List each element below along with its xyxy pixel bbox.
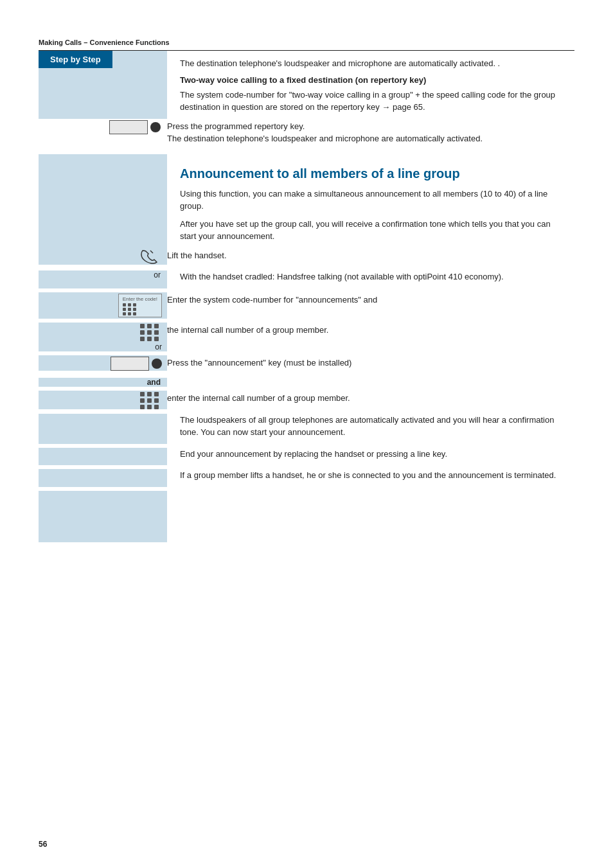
announcement-paragraph-2: After you have set up the group call, yo… (180, 218, 568, 243)
rect-button-icon (109, 120, 148, 134)
group-member-row: If a group member lifts a handset, he or… (39, 469, 574, 487)
enter-code-label: Enter the code! (123, 296, 157, 302)
internal-number-paragraph: the internal call number of a group memb… (167, 324, 574, 337)
announcement-key-text: Press the "announcement" key (must be in… (167, 355, 574, 375)
page-number: 56 (39, 840, 47, 849)
announcement-rect-button (111, 357, 149, 371)
announcement-key-icon-area (39, 355, 167, 371)
two-way-heading: Two-way voice calling to a fixed destina… (180, 75, 568, 85)
step-by-step-badge: Step by Step (39, 51, 112, 68)
bottom-spacer (39, 491, 574, 542)
enter-code-step: Enter the code! En (39, 292, 574, 319)
enter-code-box: Enter the code! (118, 294, 162, 317)
enter-internal-step: enter the internal call number of a grou… (39, 391, 574, 410)
enter-internal-text: enter the internal call number of a grou… (167, 391, 574, 410)
section-header: Making Calls – Convenience Functions (39, 39, 574, 46)
enter-code-paragraph: Enter the system code-number for "announ… (167, 294, 574, 306)
or-label-inline: or (155, 342, 162, 351)
announcement-circle-dot (152, 359, 162, 369)
internal-number-text: the internal call number of a group memb… (167, 323, 574, 342)
group-member-paragraph: If a group member lifts a handset, he or… (180, 469, 568, 482)
button-circle-icon (109, 120, 161, 134)
lift-handset-paragraph: Lift the handset. (167, 249, 574, 262)
internal-number-step: or the internal call number of a group m… (39, 323, 574, 351)
enter-code-icon-area: Enter the code! (39, 292, 167, 319)
end-announcement-paragraph: End your announcement by replacing the h… (180, 448, 568, 461)
keypad-icon-3 (140, 392, 159, 409)
and-row: and (39, 378, 574, 387)
two-way-paragraph: The system code-number for "two-way voic… (180, 89, 568, 114)
repertory-key-text: Press the programmed repertory key. The … (167, 119, 574, 150)
lift-handset-icon-area (39, 248, 167, 265)
step-by-step-sidebar: Step by Step (39, 51, 167, 119)
main-section-heading: Announcement to all members of a line gr… (180, 166, 568, 181)
lift-handset-text: Lift the handset. (167, 248, 574, 267)
circle-dot-icon (150, 122, 161, 132)
announcement-key-paragraph: Press the "announcement" key (must be in… (167, 357, 574, 369)
announcement-button-icon (111, 357, 162, 371)
announcement-key-step: Press the "announcement" key (must be in… (39, 355, 574, 375)
repertory-key-step: Press the programmed repertory key. The … (39, 119, 574, 150)
handset-icon (139, 249, 158, 265)
lift-handset-step: Lift the handset. (39, 248, 574, 267)
enter-code-text: Enter the system code-number for "announ… (167, 292, 574, 312)
enter-internal-paragraph: enter the internal call number of a grou… (167, 392, 574, 405)
end-announcement-row: End your announcement by replacing the h… (39, 448, 574, 466)
loudspeakers-row: The loudspeakers of all group telephones… (39, 414, 574, 444)
and-label: and (39, 378, 167, 387)
internal-number-icon-area: or (39, 323, 167, 351)
or-label-1: or (39, 270, 167, 288)
repertory-key-icon-area (39, 119, 167, 134)
main-content: The destination telephone's loudspeaker … (167, 51, 574, 119)
repertory-key-paragraph: Press the programmed repertory key. The … (167, 120, 574, 145)
or-row-1: or With the handset cradled: Handsfree t… (39, 270, 574, 288)
loudspeakers-paragraph: The loudspeakers of all group telephones… (180, 414, 568, 439)
keypad-icon-2 (140, 324, 159, 341)
announcement-paragraph-1: Using this function, you can make a simu… (180, 188, 568, 213)
enter-internal-icon-area (39, 391, 167, 409)
handsfree-paragraph: With the handset cradled: Handsfree talk… (180, 270, 568, 283)
intro-paragraph: The destination telephone's loudspeaker … (180, 57, 568, 70)
